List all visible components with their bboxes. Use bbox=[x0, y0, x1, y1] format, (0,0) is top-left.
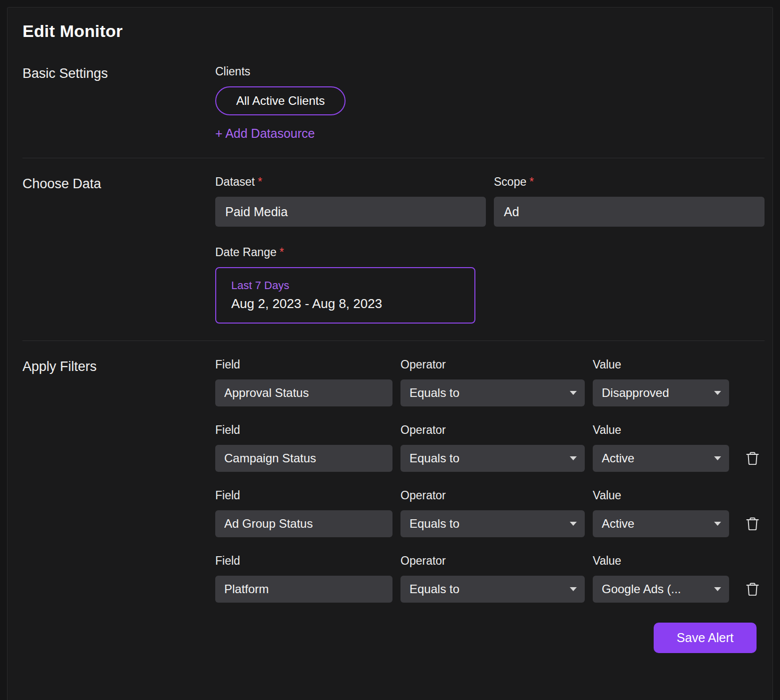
filter-row: Field Operator Equals to Value Google Ad… bbox=[215, 554, 765, 603]
filter-row: Field Operator Equals to Value Disapprov… bbox=[215, 358, 765, 406]
required-asterisk: * bbox=[529, 175, 534, 188]
chevron-down-icon bbox=[714, 522, 721, 526]
save-alert-button[interactable]: Save Alert bbox=[654, 623, 757, 653]
value-value: Active bbox=[602, 451, 634, 465]
date-range-label: Date Range* bbox=[215, 246, 765, 259]
scope-label-text: Scope bbox=[494, 175, 526, 188]
value-value: Google Ads (... bbox=[602, 582, 681, 596]
clients-label: Clients bbox=[215, 65, 765, 78]
required-asterisk: * bbox=[280, 246, 284, 259]
filter-operator-select[interactable]: Equals to bbox=[400, 379, 585, 406]
chevron-down-icon bbox=[714, 391, 721, 395]
choose-data-heading: Choose Data bbox=[22, 175, 215, 192]
filter-field-input[interactable] bbox=[215, 445, 392, 472]
value-value: Disapproved bbox=[602, 386, 669, 400]
date-range-preset: Last 7 Days bbox=[231, 279, 459, 292]
delete-filter-button[interactable] bbox=[746, 581, 761, 597]
chevron-down-icon bbox=[714, 456, 721, 460]
operator-label: Operator bbox=[400, 489, 585, 502]
edit-monitor-panel: Edit Monitor Basic Settings Clients All … bbox=[7, 7, 773, 700]
required-asterisk: * bbox=[258, 175, 262, 188]
chevron-down-icon bbox=[570, 456, 577, 460]
filter-row: Field Operator Equals to Value Active bbox=[215, 423, 765, 472]
filter-operator-select[interactable]: Equals to bbox=[400, 445, 585, 472]
divider bbox=[22, 158, 765, 158]
operator-label: Operator bbox=[400, 423, 585, 437]
chevron-down-icon bbox=[570, 522, 577, 526]
all-active-clients-pill[interactable]: All Active Clients bbox=[215, 86, 346, 115]
field-label: Field bbox=[215, 554, 392, 568]
delete-filter-button[interactable] bbox=[746, 450, 761, 466]
value-label: Value bbox=[593, 554, 729, 568]
apply-filters-heading: Apply Filters bbox=[22, 358, 215, 374]
scope-label: Scope* bbox=[494, 175, 765, 189]
filter-value-select[interactable]: Disapproved bbox=[593, 379, 729, 406]
chevron-down-icon bbox=[570, 391, 577, 395]
operator-label: Operator bbox=[400, 358, 585, 371]
field-label: Field bbox=[215, 358, 392, 371]
operator-value: Equals to bbox=[409, 582, 459, 596]
apply-filters-section: Apply Filters Field Operator Equals to V… bbox=[22, 358, 765, 603]
value-label: Value bbox=[593, 489, 729, 502]
scope-input[interactable] bbox=[494, 197, 765, 227]
filter-field-input[interactable] bbox=[215, 576, 392, 603]
divider bbox=[22, 341, 765, 341]
trash-icon bbox=[746, 582, 761, 597]
filter-value-select[interactable]: Google Ads (... bbox=[593, 576, 729, 603]
add-datasource-button[interactable]: + Add Datasource bbox=[215, 126, 315, 141]
value-value: Active bbox=[602, 517, 634, 531]
dataset-label: Dataset* bbox=[215, 175, 486, 189]
basic-settings-heading: Basic Settings bbox=[22, 65, 215, 81]
filter-field-input[interactable] bbox=[215, 379, 392, 406]
trash-icon bbox=[746, 451, 761, 466]
operator-value: Equals to bbox=[409, 451, 459, 465]
filter-operator-select[interactable]: Equals to bbox=[400, 576, 585, 603]
basic-settings-section: Basic Settings Clients All Active Client… bbox=[22, 65, 765, 141]
filter-operator-select[interactable]: Equals to bbox=[400, 510, 585, 537]
operator-value: Equals to bbox=[409, 517, 459, 531]
delete-filter-button[interactable] bbox=[746, 516, 761, 532]
value-label: Value bbox=[593, 423, 729, 437]
field-label: Field bbox=[215, 423, 392, 437]
date-range-picker[interactable]: Last 7 Days Aug 2, 2023 - Aug 8, 2023 bbox=[215, 267, 475, 324]
filter-value-select[interactable]: Active bbox=[593, 445, 729, 472]
trash-icon bbox=[746, 516, 761, 531]
date-range-value: Aug 2, 2023 - Aug 8, 2023 bbox=[231, 296, 459, 312]
filter-row: Field Operator Equals to Value Active bbox=[215, 489, 765, 537]
dataset-label-text: Dataset bbox=[215, 175, 255, 188]
filter-value-select[interactable]: Active bbox=[593, 510, 729, 537]
value-label: Value bbox=[593, 358, 729, 371]
operator-label: Operator bbox=[400, 554, 585, 568]
field-label: Field bbox=[215, 489, 392, 502]
chevron-down-icon bbox=[570, 587, 577, 591]
dataset-input[interactable] bbox=[215, 197, 486, 227]
chevron-down-icon bbox=[714, 587, 721, 591]
filter-field-input[interactable] bbox=[215, 510, 392, 537]
page-title: Edit Monitor bbox=[22, 21, 765, 41]
choose-data-section: Choose Data Dataset* Scope* Date Range* bbox=[22, 175, 765, 324]
date-range-label-text: Date Range bbox=[215, 246, 277, 259]
operator-value: Equals to bbox=[409, 386, 459, 400]
footer: Save Alert bbox=[22, 623, 765, 653]
